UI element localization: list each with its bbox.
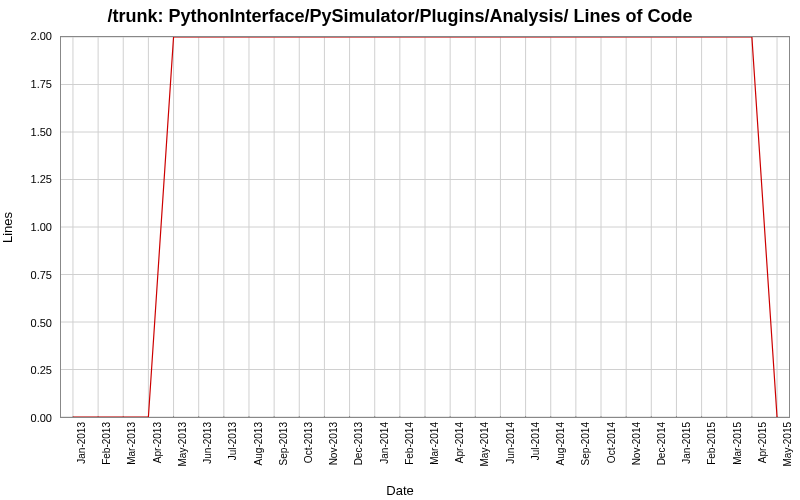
- y-tick-label: 0.50: [31, 317, 52, 329]
- y-tick-label: 1.50: [31, 126, 52, 138]
- x-tick-label: Jan-2015: [681, 422, 692, 464]
- chart-title: /trunk: PythonInterface/PySimulator/Plug…: [0, 6, 800, 27]
- x-tick-label: Aug-2014: [555, 422, 566, 465]
- x-tick-label: May-2014: [479, 422, 490, 466]
- x-tick-label: Jul-2013: [227, 422, 238, 460]
- x-tick-label: Jan-2014: [379, 422, 390, 464]
- x-axis-label: Date: [0, 483, 800, 498]
- y-tick-label: 1.75: [31, 78, 52, 90]
- x-axis-ticks: Jan-2013Feb-2013Mar-2013Apr-2013May-2013…: [60, 418, 790, 488]
- x-tick-label: Jun-2013: [202, 422, 213, 464]
- x-tick-label: Mar-2014: [429, 422, 440, 465]
- x-tick-label: Jul-2014: [530, 422, 541, 460]
- x-tick-label: Feb-2015: [706, 422, 717, 465]
- y-tick-label: 0.00: [31, 412, 52, 424]
- y-axis-ticks: 0.000.250.500.751.001.251.501.752.00: [0, 36, 56, 418]
- x-tick-label: Jan-2013: [76, 422, 87, 464]
- x-tick-label: Sep-2014: [580, 422, 591, 465]
- x-tick-label: Oct-2014: [606, 422, 617, 463]
- y-tick-label: 1.25: [31, 173, 52, 185]
- x-tick-label: Apr-2013: [152, 422, 163, 463]
- y-tick-label: 0.25: [31, 364, 52, 376]
- y-tick-label: 2.00: [31, 30, 52, 42]
- x-tick-label: May-2013: [177, 422, 188, 466]
- x-tick-label: Mar-2015: [732, 422, 743, 465]
- x-tick-label: Aug-2013: [253, 422, 264, 465]
- y-tick-label: 0.75: [31, 269, 52, 281]
- x-tick-label: May-2015: [782, 422, 793, 466]
- x-tick-label: Feb-2014: [404, 422, 415, 465]
- y-tick-label: 1.00: [31, 221, 52, 233]
- plot-area: [60, 36, 790, 418]
- x-tick-label: Nov-2014: [631, 422, 642, 465]
- x-tick-label: Apr-2014: [454, 422, 465, 463]
- x-tick-label: Nov-2013: [328, 422, 339, 465]
- x-tick-label: Apr-2015: [757, 422, 768, 463]
- x-tick-label: Sep-2013: [278, 422, 289, 465]
- x-tick-label: Mar-2013: [126, 422, 137, 465]
- x-tick-label: Jun-2014: [505, 422, 516, 464]
- x-tick-label: Oct-2013: [303, 422, 314, 463]
- chart-container: /trunk: PythonInterface/PySimulator/Plug…: [0, 0, 800, 500]
- plot-svg: [61, 37, 789, 417]
- x-tick-label: Dec-2014: [656, 422, 667, 465]
- x-tick-label: Feb-2013: [101, 422, 112, 465]
- x-tick-label: Dec-2013: [353, 422, 364, 465]
